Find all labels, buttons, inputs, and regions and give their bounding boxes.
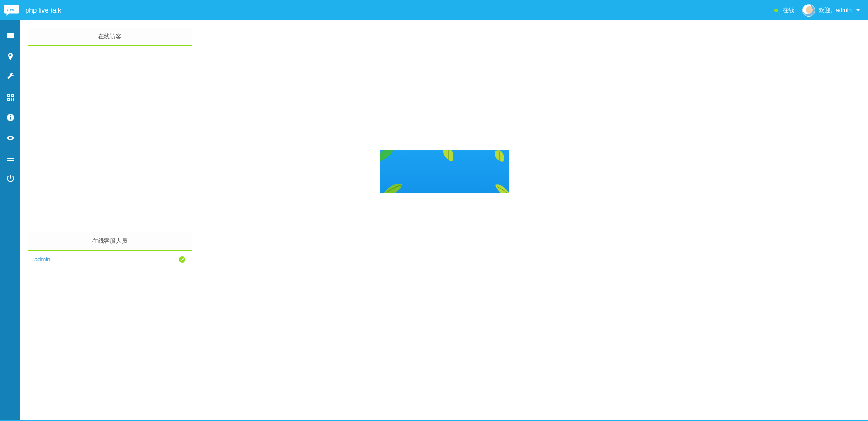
visitors-list (28, 46, 192, 232)
pin-icon (7, 53, 14, 60)
wrench-icon (7, 73, 14, 80)
nav-reports[interactable] (0, 148, 20, 168)
status-toggle[interactable]: 在线 (774, 6, 794, 14)
user-menu[interactable]: 欢迎, admin (802, 4, 861, 17)
main-content: 在线访客 在线客服人员 admin (20, 20, 868, 420)
svg-text:live: live (7, 6, 14, 11)
app-logo: live (4, 4, 19, 17)
nav-rail (0, 20, 20, 420)
power-icon (7, 175, 14, 182)
info-icon (7, 114, 14, 121)
nav-chat[interactable] (0, 26, 20, 46)
topbar: live php live talk 在线 欢迎, admin (0, 0, 868, 20)
nav-settings[interactable] (0, 66, 20, 87)
side-panel: 在线访客 在线客服人员 admin (28, 28, 192, 420)
shell: 在线访客 在线客服人员 admin (0, 20, 868, 420)
nav-info[interactable] (0, 107, 20, 128)
visitors-panel: 在线访客 (28, 28, 192, 232)
status-label: 在线 (783, 6, 794, 14)
user-name: admin (836, 7, 852, 14)
nav-views[interactable] (0, 128, 20, 148)
welcome-prefix: 欢迎, (819, 6, 832, 14)
chevron-down-icon (855, 8, 861, 13)
svg-rect-2 (10, 117, 11, 119)
avatar (802, 4, 815, 17)
chat-icon (7, 33, 14, 40)
agents-list: admin (28, 251, 192, 341)
agent-name: admin (34, 256, 50, 263)
agents-panel: 在线客服人员 admin (28, 232, 192, 341)
qrcode-icon (7, 94, 14, 101)
agent-row[interactable]: admin (34, 256, 185, 263)
eye-icon (7, 134, 14, 142)
app-title: php live talk (25, 6, 61, 14)
topbar-right: 在线 欢迎, admin (774, 4, 861, 17)
svg-point-3 (9, 115, 10, 116)
agents-panel-title: 在线客服人员 (28, 232, 192, 251)
nav-qrcode[interactable] (0, 87, 20, 107)
status-dot-icon (774, 9, 778, 12)
nav-logout[interactable] (0, 168, 20, 189)
list-icon (7, 155, 14, 162)
visitors-panel-title: 在线访客 (28, 28, 192, 46)
nav-location[interactable] (0, 46, 20, 66)
check-circle-icon (179, 256, 185, 263)
